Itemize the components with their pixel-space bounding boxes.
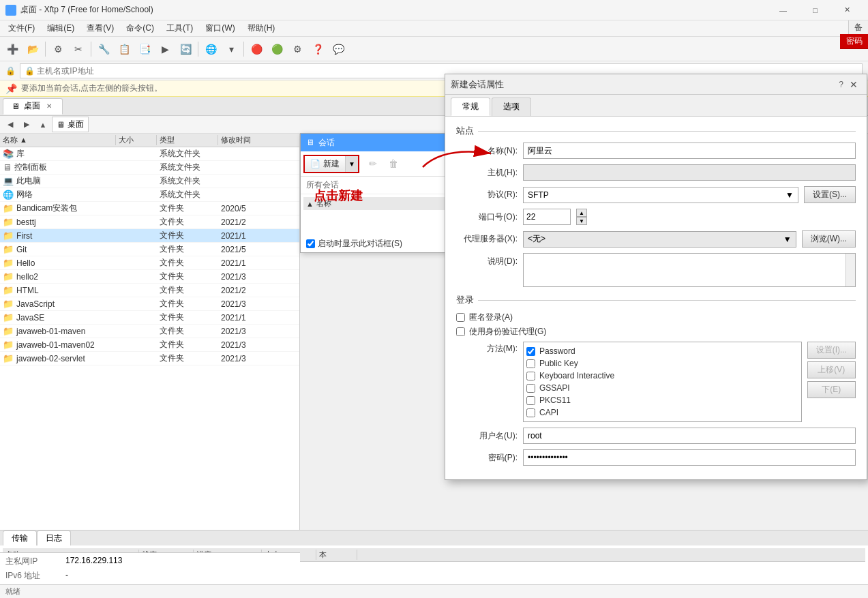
toolbar-cut[interactable]: ✂ — [69, 40, 88, 59]
desc-scrollbar[interactable] — [845, 254, 855, 286]
toolbar-btn5[interactable]: 📑 — [135, 40, 154, 59]
name-input[interactable] — [523, 143, 856, 159]
new-session-btn[interactable]: 📄 新建 ▼ — [303, 155, 359, 173]
username-row: 用户名(U): — [456, 428, 856, 444]
method-password-check[interactable] — [526, 347, 535, 356]
dialog-help-btn[interactable]: ? — [839, 80, 843, 89]
col-date-header[interactable]: 修改时间 — [218, 135, 293, 145]
anon-checkbox[interactable] — [456, 313, 465, 322]
dialog-tab-options[interactable]: 选项 — [492, 98, 531, 116]
list-item[interactable]: 📁javaweb-02-servlet 文件夹 2021/3 — [0, 352, 299, 365]
file-type: 系统文件夹 — [157, 148, 218, 160]
toolbar: ➕ 📂 ⚙ ✂ 🔧 📋 📑 ▶ 🔄 🌐 ▾ 🔴 🟢 ⚙ ❓ 💬 — [0, 37, 868, 61]
toolbar-btn12[interactable]: ⚙ — [288, 40, 307, 59]
nav-forward[interactable]: ▶ — [19, 117, 34, 132]
list-item[interactable]: 📁Git 文件夹 2021/5 — [0, 243, 299, 256]
method-kbd-check[interactable] — [526, 372, 535, 380]
dialog-close-btn[interactable]: ✕ — [846, 77, 861, 92]
toolbar-btn7[interactable]: 🔄 — [176, 40, 195, 59]
port-input[interactable] — [523, 209, 571, 225]
list-item[interactable]: 💻此电脑 系统文件夹 — [0, 175, 299, 188]
toolbar-btn8[interactable]: 🌐 — [201, 40, 220, 59]
maximize-button[interactable]: □ — [800, 0, 830, 20]
file-type: 文件夹 — [157, 243, 218, 255]
list-item[interactable]: 📁JavaSE 文件夹 2021/1 — [0, 311, 299, 325]
toolbar-new[interactable]: ➕ — [3, 40, 22, 59]
browse-btn[interactable]: 浏览(W)... — [802, 230, 856, 248]
list-item[interactable]: 📁Bandicam安装包 文件夹 2020/5 — [0, 202, 299, 215]
file-date: 2021/2 — [218, 218, 293, 227]
method-gssapi-check[interactable] — [526, 384, 535, 393]
port-up[interactable]: ▲ — [576, 209, 587, 217]
username-input[interactable] — [523, 428, 856, 444]
new-btn-label[interactable]: 📄 新建 — [305, 156, 345, 172]
list-item[interactable]: 📁HTML 文件夹 2021/2 — [0, 284, 299, 297]
list-item[interactable]: 📚库 系统文件夹 — [0, 147, 299, 161]
toolbar-btn6[interactable]: ▶ — [155, 40, 175, 59]
tab-desktop[interactable]: 🖥 桌面 ✕ — [3, 98, 63, 115]
col-name-header[interactable]: 名称 ▲ — [0, 135, 116, 145]
port-spinner[interactable]: ▲ ▼ — [576, 209, 587, 225]
menu-help[interactable]: 帮助(H) — [242, 21, 281, 35]
desc-textarea[interactable] — [523, 253, 856, 287]
minimize-button[interactable]: — — [768, 0, 798, 20]
status-bar: 就绪 — [0, 584, 868, 598]
toolbar-refresh[interactable]: ⚙ — [48, 40, 68, 59]
toolbar-btn11[interactable]: 🟢 — [267, 40, 286, 59]
list-item[interactable]: 🌐网络 系统文件夹 — [0, 188, 299, 202]
menu-view[interactable]: 查看(V) — [81, 21, 119, 35]
list-item[interactable]: 📁javaweb-01-maven 文件夹 2021/3 — [0, 325, 299, 338]
method-down-btn[interactable]: 下(E) — [807, 381, 856, 398]
method-pubkey-check[interactable] — [526, 359, 535, 368]
list-item[interactable]: 📁Hello 文件夹 2021/1 — [0, 256, 299, 270]
method-capi-check[interactable] — [526, 408, 535, 417]
agent-checkbox[interactable] — [456, 327, 465, 336]
sort-icon: ▲ — [306, 200, 314, 208]
password-input[interactable] — [523, 449, 856, 466]
menu-edit[interactable]: 编辑(E) — [42, 21, 80, 35]
menu-tools[interactable]: 工具(T) — [161, 21, 198, 35]
protocol-select[interactable]: SFTP ▼ — [523, 187, 798, 203]
transfer-tabs: 传输 日志 — [0, 530, 868, 545]
transfer-tab-transfer[interactable]: 传输 — [3, 530, 37, 545]
col-size-header[interactable]: 大小 — [116, 135, 157, 145]
menu-command[interactable]: 命令(C) — [121, 21, 160, 35]
name-label: 名称(N): — [456, 145, 518, 157]
list-item[interactable]: 📁hello2 文件夹 2021/3 — [0, 270, 299, 284]
toolbar-btn13[interactable]: ❓ — [308, 40, 327, 59]
tab-close-button[interactable]: ✕ — [44, 102, 54, 111]
method-capi: CAPI — [526, 406, 798, 419]
menu-file[interactable]: 文件(F) — [3, 21, 40, 35]
toolbar-btn10[interactable]: 🔴 — [247, 40, 266, 59]
method-settings-btn[interactable]: 设置(I)... — [807, 342, 856, 359]
close-button[interactable]: ✕ — [832, 0, 863, 20]
protocol-settings-btn[interactable]: 设置(S)... — [804, 186, 856, 203]
file-type: 文件夹 — [157, 216, 218, 228]
toolbar-btn4[interactable]: 📋 — [115, 40, 134, 59]
nav-back[interactable]: ◀ — [3, 117, 18, 132]
list-item[interactable]: 🖥控制面板 系统文件夹 — [0, 161, 299, 175]
method-pkcs-check[interactable] — [526, 396, 535, 405]
toolbar-btn3[interactable]: 🔧 — [94, 40, 113, 59]
nav-up[interactable]: ▲ — [35, 117, 50, 132]
transfer-tab-log[interactable]: 日志 — [37, 530, 71, 545]
startup-checkbox[interactable] — [306, 239, 315, 248]
proxy-select[interactable]: <无> ▼ — [523, 231, 796, 248]
folder-label: 桌面 — [68, 119, 84, 130]
new-btn-dropdown[interactable]: ▼ — [345, 156, 358, 172]
list-item[interactable]: 📁JavaScript 文件夹 2021/3 — [0, 297, 299, 311]
host-input[interactable] — [523, 164, 856, 181]
menu-window[interactable]: 窗口(W) — [200, 21, 240, 35]
list-item[interactable]: 📁javaweb-01-maven02 文件夹 2021/3 — [0, 338, 299, 352]
method-up-btn[interactable]: 上移(V) — [807, 361, 856, 378]
list-item[interactable]: 📁besttj 文件夹 2021/2 — [0, 215, 299, 229]
toolbar-btn9[interactable]: ▾ — [222, 40, 241, 59]
toolbar-open[interactable]: 📂 — [23, 40, 42, 59]
password-row: 密码(P): — [456, 449, 856, 466]
list-item-first[interactable]: 📁First 文件夹 2021/1 — [0, 229, 299, 243]
protocol-label: 协议(R): — [456, 189, 518, 200]
col-type-header[interactable]: 类型 — [157, 135, 218, 145]
port-down[interactable]: ▼ — [576, 217, 587, 225]
dialog-tab-general[interactable]: 常规 — [451, 98, 490, 116]
toolbar-btn14[interactable]: 💬 — [329, 40, 348, 59]
